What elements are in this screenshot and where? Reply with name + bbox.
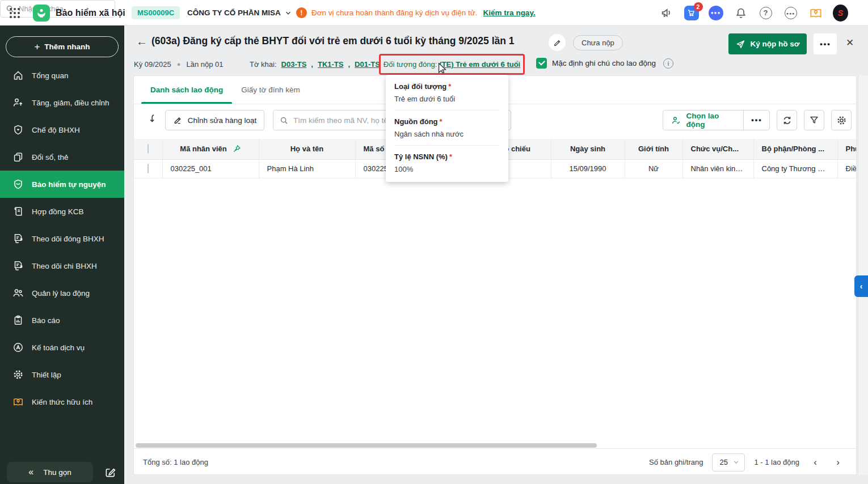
sidebar-item-hop-dong-kcb[interactable]: Hợp đồng KCB (0, 198, 124, 225)
pencil-icon (553, 39, 562, 47)
prev-page-button[interactable]: ‹ (808, 456, 822, 469)
row-checkbox[interactable] (148, 164, 149, 173)
page-title: (603a) Đăng ký cấp thẻ BHYT đối với trẻ … (151, 35, 515, 47)
app-logo-icon (33, 5, 50, 22)
app-title: Bảo hiểm xã hội (56, 0, 125, 26)
sign-submit-button[interactable]: Ký nộp hồ sơ (728, 33, 807, 54)
col-bo-phan[interactable]: Bộ phận/Phòng ... (753, 139, 837, 159)
header-more-button[interactable]: ●●● (814, 33, 837, 54)
sidebar-item-kien-thuc-huu-ich[interactable]: Kiến thức hữu ích (0, 388, 124, 415)
cell-chuc-vu: Nhân viên kinh d... (682, 159, 753, 178)
choose-employee-split-button: Chọn lao động ●●● (663, 110, 770, 130)
edit-title-button[interactable] (549, 34, 566, 51)
payer-detail-popup: Loại đối tượng* Trẻ em dưới 6 tuổi Nguồn… (386, 75, 508, 182)
per-page-select[interactable]: 25 (712, 453, 745, 472)
field-label: Tỷ lệ NSNN (%)* (394, 152, 500, 161)
cell-bo-phan: Công ty Thương mại ... (753, 159, 837, 178)
col-chuc-vu[interactable]: Chức vụ/Ch... (682, 139, 753, 159)
chat-icon[interactable]: ●●● (708, 5, 723, 20)
refresh-icon (782, 115, 793, 126)
tab-danh-sach-lao-dong[interactable]: Danh sách lao động (141, 76, 232, 104)
announcement-icon[interactable] (659, 5, 675, 20)
bulk-edit-button[interactable]: Chỉnh sửa hàng loạt (165, 110, 264, 130)
select-all-checkbox[interactable] (148, 144, 149, 154)
sort-icon[interactable] (148, 113, 159, 125)
check-now-link[interactable]: Kiểm tra ngay. (483, 9, 536, 17)
report-icon (12, 315, 24, 326)
horizontal-scrollbar[interactable] (134, 443, 857, 448)
col-ho-va-ten[interactable]: Họ và tên (259, 139, 355, 159)
total-count: Tổng số: 1 lao động (143, 458, 208, 466)
declaration-links: Tờ khai: D03-TS , TK1-TS , D01-TS (250, 58, 380, 70)
status-badge: Chưa nộp (573, 35, 623, 50)
sidebar-item-quan-ly-lao-dong[interactable]: Quản lý lao động (0, 279, 124, 307)
field-label: Nguồn đóng* (394, 117, 500, 126)
expand-panel-button[interactable]: ‹ (854, 275, 868, 297)
attempt-label: Lần nộp 01 (186, 60, 223, 69)
help-icon[interactable]: ? (758, 5, 773, 20)
link-d03-ts[interactable]: D03-TS (281, 60, 307, 69)
sidebar-item-bao-cao[interactable]: Báo cáo (0, 307, 124, 334)
link-tk1-ts[interactable]: TK1-TS (318, 60, 344, 69)
col-gioi-tinh[interactable]: Giới tính (625, 139, 682, 159)
close-icon[interactable]: ✕ (846, 37, 854, 49)
chevron-left-icon: ‹ (860, 282, 863, 291)
cell-phuong-an: Điều chỉnh (837, 159, 857, 178)
search-icon (279, 116, 289, 125)
sidebar-item-tang-giam[interactable]: Tăng, giảm, điều chỉnh (0, 89, 124, 116)
person-check-icon (671, 115, 681, 126)
pencil-icon (173, 116, 183, 125)
sidebar-item-bao-hiem-tu-nguyen[interactable]: Bảo hiểm tự nguyện (0, 171, 124, 198)
quick-add-button[interactable]: + Thêm nhanh (6, 36, 119, 57)
notification-bell-icon[interactable] (733, 5, 748, 20)
scrollbar-thumb[interactable] (136, 443, 597, 448)
doc-track-icon (12, 233, 24, 244)
required-asterisk: * (440, 117, 443, 126)
company-selector[interactable]: CÔNG TY CỔ PHẦN MISA (187, 0, 292, 26)
user-avatar[interactable]: S (833, 5, 848, 20)
knowledge-icon[interactable] (808, 5, 823, 20)
more-apps-icon[interactable]: ●●● (783, 5, 798, 20)
collapse-sidebar-button[interactable]: « Thu gọn (7, 462, 93, 482)
col-ngay-sinh[interactable]: Ngày sinh (551, 139, 625, 159)
chevron-down-icon (284, 9, 292, 17)
sidebar-item-tong-quan[interactable]: Tổng quan (0, 62, 124, 89)
sidebar-item-theo-doi-chi-bhxh[interactable]: Theo dõi chi BHXH (0, 252, 124, 279)
per-page-label: Số bản ghi/trang (649, 458, 703, 466)
sidebar-item-ke-toan-dich-vu[interactable]: Kế toán dịch vụ (0, 334, 124, 361)
payer-label: Đối tượng đóng: (384, 60, 437, 69)
column-settings-button[interactable] (831, 110, 852, 130)
double-chevron-left-icon: « (28, 467, 33, 477)
person-adjust-icon (12, 97, 24, 108)
info-icon[interactable]: i (663, 58, 673, 69)
cell-ma-nhan-vien: 030225_001 (162, 159, 259, 178)
refresh-button[interactable] (777, 110, 797, 130)
default-note-checkbox[interactable] (536, 58, 547, 69)
sidebar-item-doi-so-the[interactable]: Đổi sổ, thẻ (0, 143, 124, 171)
edit-square-icon (104, 466, 116, 478)
plus-icon: + (34, 41, 40, 53)
sidebar-item-che-do-bhxh[interactable]: Chế độ BHXH (0, 116, 124, 143)
choose-employee-button[interactable]: Chọn lao động (663, 111, 743, 130)
col-ma-nhan-vien[interactable]: Mã nhân viên (162, 139, 259, 159)
filter-button[interactable] (804, 110, 824, 130)
declaration-label: Tờ khai: (250, 60, 277, 69)
gear-icon (12, 369, 24, 380)
col-phuong-an[interactable]: Phương án (837, 139, 857, 159)
divider (394, 110, 500, 111)
app-launcher-icon[interactable] (9, 0, 20, 26)
people-icon (12, 287, 24, 299)
sidebar-item-theo-doi-dong-bhxh[interactable]: Theo dõi đóng BHXH (0, 225, 124, 252)
edit-menu-button[interactable] (102, 464, 118, 480)
accounting-icon (12, 342, 24, 353)
payer-link[interactable]: (TE) Trẻ em dưới 6 tuổi (439, 60, 520, 69)
back-arrow-icon[interactable]: ← (136, 35, 148, 48)
store-cart-icon[interactable]: 2 (684, 5, 699, 20)
next-page-button[interactable]: › (831, 456, 845, 469)
link-d01-ts[interactable]: D01-TS (355, 60, 380, 69)
gear-icon (836, 115, 847, 126)
send-icon (736, 39, 745, 49)
choose-employee-more-button[interactable]: ●●● (743, 111, 769, 130)
sidebar-item-thiet-lap[interactable]: Thiết lập (0, 361, 124, 388)
tab-giay-to-dinh-kem[interactable]: Giấy tờ đính kèm (232, 76, 309, 104)
